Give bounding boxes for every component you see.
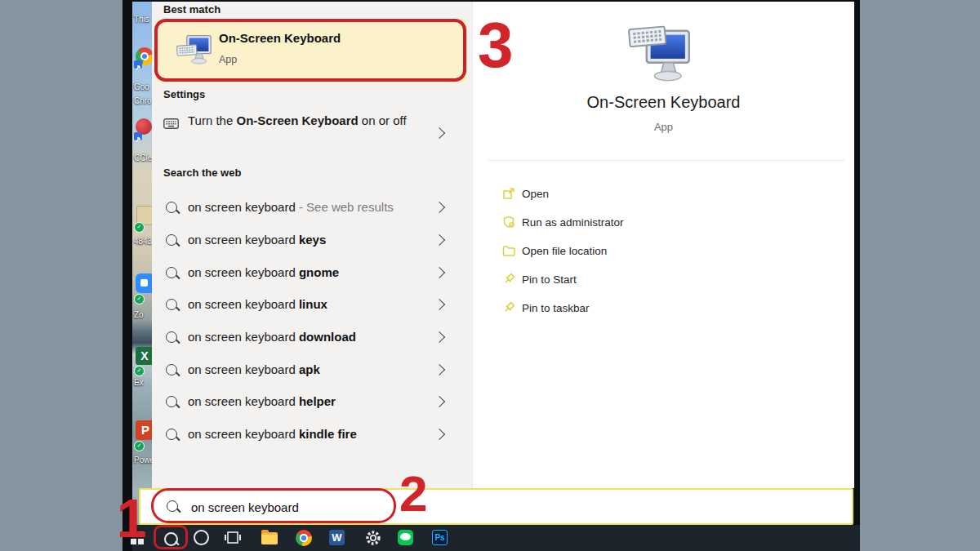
search-icon [166, 331, 177, 343]
search-icon [166, 364, 177, 375]
photoshop-button[interactable]: Ps [432, 525, 448, 551]
chevron-right-icon [434, 202, 445, 213]
search-icon [166, 234, 177, 246]
task-view-button[interactable] [224, 525, 242, 551]
detail-title: On-Screen Keyboard [473, 93, 854, 112]
on-screen-keyboard-icon-large [628, 24, 692, 85]
annotation-step-1: 1 [117, 491, 147, 545]
web-suggestion-label: on screen keyboard helper [188, 385, 336, 418]
taskbar: W Ps [132, 525, 860, 551]
chevron-right-icon [434, 299, 445, 310]
result-detail-panel: On-Screen Keyboard App Open Run as admin… [472, 2, 854, 488]
sync-check-icon: ✓ [134, 366, 145, 376]
web-suggestion-label: on screen keyboard linux [188, 288, 327, 321]
search-icon [166, 429, 177, 440]
action-pin-to-start[interactable]: Pin to Start [473, 265, 854, 294]
run-as-admin-icon [502, 216, 515, 229]
desktop-label-excel: Ex [134, 378, 144, 387]
settings-gear-button[interactable] [364, 525, 382, 551]
chevron-right-icon [434, 331, 445, 343]
zoom-desktop-icon[interactable] [136, 273, 154, 293]
open-icon [502, 187, 515, 200]
web-suggestion-label: on screen keyboard download [188, 321, 356, 353]
web-suggestion-row[interactable]: on screen keyboard kindle fire [152, 418, 472, 451]
desktop-label-zoom: Zo [134, 310, 144, 319]
annotation-step-3: 3 [478, 13, 513, 77]
shortcut-arrow-icon [134, 60, 142, 69]
chevron-right-icon [434, 396, 445, 407]
search-icon [166, 299, 177, 310]
web-suggestion-row[interactable]: on screen keyboard helper [152, 385, 472, 418]
keyboard-icon [163, 118, 179, 129]
desktop-label-chrome: Chro [134, 96, 152, 105]
desktop-label-this-pc: This [134, 15, 149, 24]
chevron-right-icon [434, 429, 445, 440]
web-suggestion-row[interactable]: on screen keyboard download [152, 321, 472, 353]
chrome-button[interactable] [296, 525, 312, 551]
line-app-button[interactable] [398, 525, 413, 551]
cortana-button[interactable] [194, 525, 209, 551]
word-button[interactable]: W [329, 525, 345, 551]
detail-type: App [473, 121, 854, 133]
web-suggestion-row[interactable]: on screen keyboard keys [152, 224, 472, 256]
settings-header: Settings [163, 88, 205, 100]
pin-icon [502, 301, 515, 314]
action-open-file-location[interactable]: Open file location [473, 237, 854, 265]
annotation-circle-search-box [151, 488, 396, 523]
folder-icon [502, 244, 515, 257]
chevron-right-icon [434, 267, 445, 278]
chevron-right-icon [434, 234, 445, 246]
web-suggestion-label: on screen keyboard apk [188, 353, 320, 386]
web-suggestion-row[interactable]: on screen keyboard linux [152, 288, 472, 321]
web-suggestion-label: on screen keyboard gnome [188, 256, 339, 289]
excel-desktop-icon[interactable]: X [136, 347, 154, 365]
web-suggestion-label: on screen keyboard keys [188, 224, 326, 256]
web-suggestion-row[interactable]: on screen keyboard - See web results [152, 191, 472, 224]
web-suggestion-label: on screen keyboard kindle fire [188, 418, 357, 451]
action-pin-to-taskbar[interactable]: Pin to taskbar [473, 294, 854, 322]
search-icon [166, 396, 177, 407]
shortcut-arrow-icon [134, 132, 142, 140]
desktop-label-ccleaner: CCle [134, 153, 152, 162]
settings-result-label: Turn the On-Screen Keyboard on or off [188, 112, 407, 130]
action-run-as-administrator[interactable]: Run as administrator [473, 208, 854, 237]
chevron-right-icon [434, 364, 445, 375]
desktop-label-google: Goo [134, 82, 149, 91]
annotation-circle-taskbar-search [154, 525, 188, 549]
desktop-label-numbers: 4843 [134, 237, 152, 246]
pin-icon [502, 273, 515, 286]
sync-check-icon: ✓ [134, 441, 145, 451]
desktop-label-powerpoint: Powe [134, 455, 154, 464]
web-suggestion-label: on screen keyboard - See web results [188, 191, 394, 224]
search-icon [166, 267, 177, 278]
sync-check-icon: ✓ [134, 294, 145, 304]
sync-check-icon: ✓ [134, 222, 145, 233]
annotation-step-2: 2 [399, 469, 427, 519]
file-explorer-button[interactable] [261, 525, 278, 551]
settings-result-turn-osk-on-off[interactable]: Turn the On-Screen Keyboard on or off [152, 108, 472, 162]
best-match-header: Best match [163, 3, 220, 16]
divider [488, 160, 844, 161]
desktop-wallpaper: This Goo Chro CCle ✓ 4843 ✓ Zo X ✓ Ex P … [132, 2, 154, 525]
chevron-right-icon [434, 127, 445, 139]
web-suggestion-row[interactable]: on screen keyboard apk [152, 353, 472, 386]
screenshot-frame: This Goo Chro CCle ✓ 4843 ✓ Zo X ✓ Ex P … [122, 0, 860, 551]
annotation-circle-best-match [154, 19, 466, 82]
search-the-web-header: Search the web [163, 167, 241, 179]
action-open[interactable]: Open [473, 180, 854, 208]
powerpoint-desktop-icon[interactable]: P [136, 420, 154, 440]
search-icon [166, 202, 177, 213]
web-suggestion-row[interactable]: on screen keyboard gnome [152, 256, 472, 289]
